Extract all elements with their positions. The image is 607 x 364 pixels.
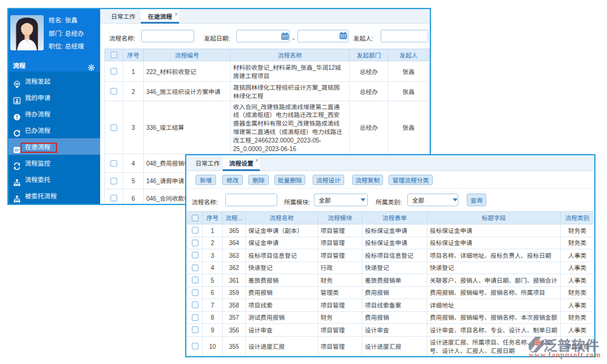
svg-text:www.fanpusoft.com: www.fanpusoft.com (529, 351, 601, 359)
svg-text:G: G (15, 147, 18, 153)
